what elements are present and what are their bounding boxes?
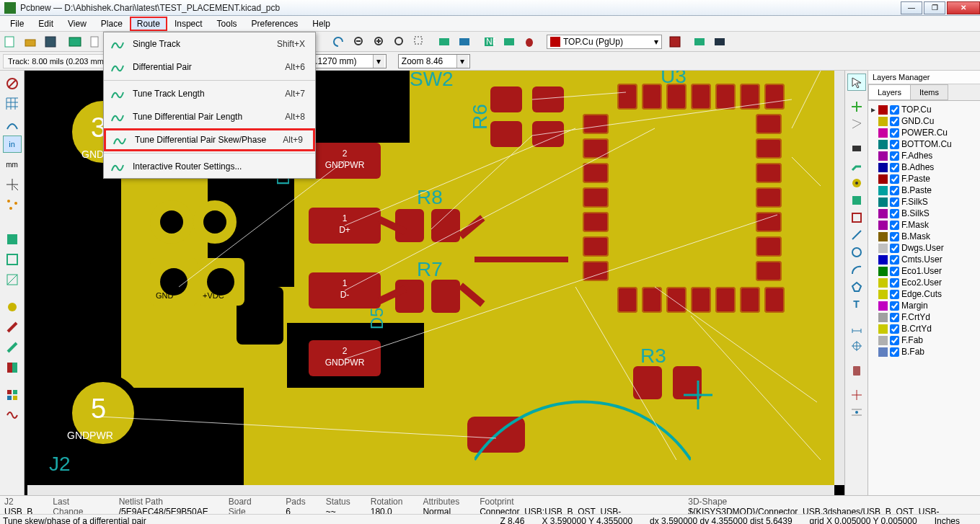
add-via-icon[interactable] bbox=[847, 174, 866, 192]
layer-visible-checkbox[interactable] bbox=[890, 140, 899, 149]
ratsnest-icon[interactable] bbox=[3, 196, 22, 213]
layer-visible-checkbox[interactable] bbox=[890, 301, 899, 311]
layer-visible-checkbox[interactable] bbox=[890, 244, 899, 253]
layer-row-b-mask[interactable]: B.Mask bbox=[870, 231, 979, 242]
layer-visible-checkbox[interactable] bbox=[890, 313, 899, 322]
menu-preferences[interactable]: Preferences bbox=[244, 17, 306, 31]
layer-row-power-cu[interactable]: POWER.Cu bbox=[870, 127, 979, 138]
layer-row-top-cu[interactable]: ▸TOP.Cu bbox=[870, 104, 979, 115]
update-pcb-icon[interactable]: NET bbox=[480, 33, 498, 50]
close-button[interactable]: ✕ bbox=[947, 1, 980, 14]
zoom-fit-icon[interactable] bbox=[390, 33, 409, 50]
zoom-in-icon[interactable] bbox=[370, 33, 389, 50]
new-icon[interactable] bbox=[1, 33, 19, 50]
menu-item-tune-differential-pair-length[interactable]: Tune Differential Pair LengthAlt+8 bbox=[104, 105, 315, 128]
layer-row-b-paste[interactable]: B.Paste bbox=[870, 185, 979, 196]
layer-row-f-fab[interactable]: F.Fab bbox=[870, 334, 979, 346]
polar-icon[interactable] bbox=[3, 115, 22, 133]
menu-item-tune-differential-pair-skew-phase[interactable]: Tune Differential Pair Skew/PhaseAlt+9 bbox=[104, 128, 315, 151]
add-arc-icon[interactable] bbox=[847, 261, 866, 278]
layer-visible-checkbox[interactable] bbox=[890, 290, 899, 299]
layer-row-f-crtyd[interactable]: F.CrtYd bbox=[870, 311, 979, 323]
layer-visible-checkbox[interactable] bbox=[890, 163, 899, 172]
select-tool-icon[interactable] bbox=[847, 74, 866, 91]
layer-row-edge-cuts[interactable]: Edge.Cuts bbox=[870, 288, 979, 300]
page-settings-icon[interactable] bbox=[86, 33, 105, 50]
menu-edit[interactable]: Edit bbox=[31, 17, 61, 31]
bug-icon[interactable] bbox=[520, 33, 539, 50]
layer-row-b-crtyd[interactable]: B.CrtYd bbox=[870, 323, 979, 334]
menu-item-differential-pair[interactable]: Differential PairAlt+6 bbox=[104, 55, 315, 79]
menu-inspect[interactable]: Inspect bbox=[167, 17, 210, 31]
layer-visible-checkbox[interactable] bbox=[890, 128, 899, 138]
zoom-selector[interactable]: Zoom 8.46▾ bbox=[398, 54, 470, 68]
layer-row-b-fab[interactable]: B.Fab bbox=[870, 346, 979, 358]
tab-items[interactable]: Items bbox=[910, 84, 948, 100]
add-line-icon[interactable] bbox=[847, 226, 866, 244]
layer-pair-icon[interactable] bbox=[666, 33, 684, 50]
add-polygon-icon[interactable] bbox=[847, 278, 866, 296]
layer-row-b-silks[interactable]: B.SilkS bbox=[870, 208, 979, 219]
highlight-net-icon[interactable] bbox=[847, 98, 866, 115]
3d-viewer-icon[interactable] bbox=[710, 33, 729, 50]
no-tool-icon[interactable] bbox=[3, 75, 22, 92]
via-fill-icon[interactable] bbox=[3, 319, 22, 336]
layer-row-eco1-user[interactable]: Eco1.User bbox=[870, 265, 979, 277]
zoom-selection-icon[interactable] bbox=[410, 33, 429, 50]
add-zone-icon[interactable] bbox=[847, 192, 866, 209]
local-ratsnest-icon[interactable] bbox=[847, 115, 866, 133]
layer-row-dwgs-user[interactable]: Dwgs.User bbox=[870, 242, 979, 254]
drc-icon[interactable] bbox=[500, 33, 518, 50]
layer-row-eco2-user[interactable]: Eco2.User bbox=[870, 277, 979, 288]
grid-icon[interactable] bbox=[3, 95, 22, 112]
menu-item-tune-track-length[interactable]: Tune Track LengthAlt+7 bbox=[104, 82, 315, 105]
layer-selector[interactable]: TOP.Cu (PgUp)▾ bbox=[547, 35, 662, 49]
grid-origin-icon[interactable] bbox=[847, 404, 866, 421]
pad-fill-icon[interactable] bbox=[3, 298, 22, 316]
layer-row-f-adhes[interactable]: F.Adhes bbox=[870, 150, 979, 161]
contrast-icon[interactable] bbox=[3, 359, 22, 376]
layer-list[interactable]: ▸TOP.CuGND.CuPOWER.CuBOTTOM.CuF.AdhesB.A… bbox=[868, 101, 980, 360]
units-in-icon[interactable]: in bbox=[3, 136, 22, 153]
layer-row-f-paste[interactable]: F.Paste bbox=[870, 173, 979, 185]
save-icon[interactable] bbox=[41, 33, 60, 50]
zone-display-icon[interactable] bbox=[3, 231, 22, 248]
open-icon[interactable] bbox=[21, 33, 40, 50]
board-setup-icon[interactable] bbox=[66, 33, 84, 50]
layer-row-bottom-cu[interactable]: BOTTOM.Cu bbox=[870, 138, 979, 150]
menu-item-single-track[interactable]: Single TrackShift+X bbox=[104, 32, 315, 55]
track-width-label[interactable]: Track: 8.00 mils (0.203 mm bbox=[3, 54, 109, 68]
layer-visible-checkbox[interactable] bbox=[890, 105, 899, 115]
layer-visible-checkbox[interactable] bbox=[890, 267, 899, 276]
vertical-scrollbar[interactable] bbox=[834, 71, 844, 485]
layer-visible-checkbox[interactable] bbox=[890, 324, 899, 334]
microwave-icon[interactable] bbox=[3, 407, 22, 424]
footprint-viewer-icon[interactable] bbox=[455, 33, 474, 50]
layer-row-margin[interactable]: Margin bbox=[870, 300, 979, 311]
menu-help[interactable]: Help bbox=[305, 17, 337, 31]
add-text-icon[interactable]: T bbox=[847, 296, 866, 313]
layer-visible-checkbox[interactable] bbox=[890, 197, 899, 207]
layer-row-f-silks[interactable]: F.SilkS bbox=[870, 196, 979, 208]
layer-row-gnd-cu[interactable]: GND.Cu bbox=[870, 115, 979, 127]
maximize-button[interactable]: ❐ bbox=[924, 1, 945, 14]
route-track-icon[interactable] bbox=[847, 157, 866, 174]
delete-icon[interactable] bbox=[847, 362, 866, 379]
layer-visible-checkbox[interactable] bbox=[890, 209, 899, 218]
layer-visible-checkbox[interactable] bbox=[890, 151, 899, 161]
set-origin-icon[interactable] bbox=[847, 386, 866, 404]
layer-visible-checkbox[interactable] bbox=[890, 278, 899, 288]
layer-visible-checkbox[interactable] bbox=[890, 232, 899, 241]
layer-row-cmts-user[interactable]: Cmts.User bbox=[870, 254, 979, 265]
units-mm-icon[interactable]: mm bbox=[3, 156, 22, 173]
horizontal-scrollbar[interactable] bbox=[27, 485, 834, 495]
layer-row-f-mask[interactable]: F.Mask bbox=[870, 219, 979, 231]
layer-visible-checkbox[interactable] bbox=[890, 336, 899, 345]
layer-visible-checkbox[interactable] bbox=[890, 255, 899, 265]
undo-icon[interactable] bbox=[330, 33, 348, 50]
cursor-shape-icon[interactable] bbox=[3, 176, 22, 193]
layer-visible-checkbox[interactable] bbox=[890, 221, 899, 230]
footprint-editor-icon[interactable] bbox=[435, 33, 454, 50]
menu-item-interactive-router-settings-[interactable]: Interactive Router Settings... bbox=[104, 155, 315, 178]
zoom-out-icon[interactable] bbox=[350, 33, 368, 50]
